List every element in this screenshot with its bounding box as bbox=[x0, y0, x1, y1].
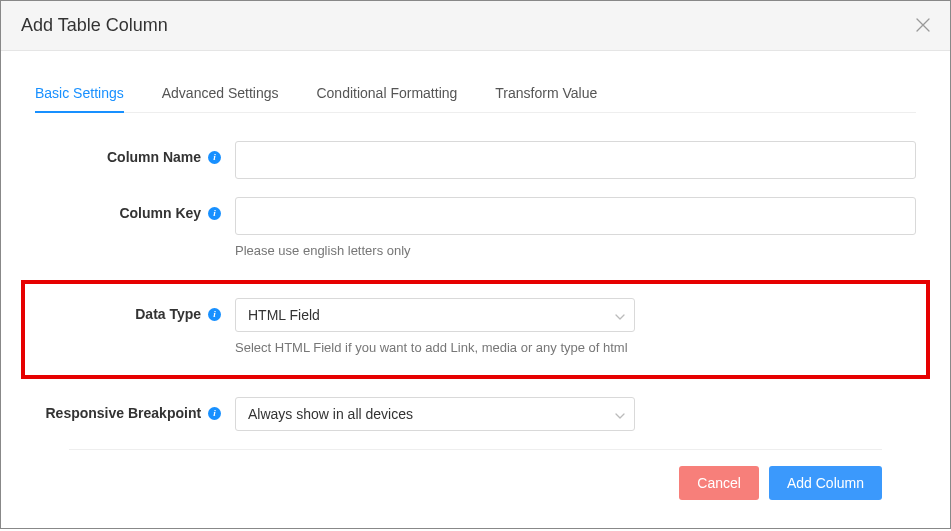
tab-transform-value[interactable]: Transform Value bbox=[495, 75, 597, 113]
highlight-data-type: Data Type i HTML Field Select bbox=[21, 280, 930, 379]
info-icon[interactable]: i bbox=[208, 207, 221, 220]
column-key-help: Please use english letters only bbox=[235, 241, 411, 258]
tab-bar: Basic Settings Advanced Settings Conditi… bbox=[35, 75, 916, 113]
label-data-type-text: Data Type bbox=[135, 306, 201, 322]
breakpoint-select[interactable]: Always show in all devices bbox=[235, 397, 635, 431]
column-key-input[interactable] bbox=[235, 197, 916, 235]
add-column-button[interactable]: Add Column bbox=[769, 466, 882, 500]
modal-body: Basic Settings Advanced Settings Conditi… bbox=[1, 51, 950, 528]
label-breakpoint: Responsive Breakpoint i bbox=[35, 397, 235, 421]
row-breakpoint: Responsive Breakpoint i Always show in a… bbox=[35, 397, 916, 431]
modal-footer: Cancel Add Column bbox=[69, 449, 882, 518]
close-icon bbox=[916, 16, 930, 36]
data-type-select[interactable]: HTML Field bbox=[235, 298, 635, 332]
info-icon[interactable]: i bbox=[208, 407, 221, 420]
tab-conditional-formatting[interactable]: Conditional Formatting bbox=[316, 75, 457, 113]
row-column-key: Column Key i bbox=[35, 197, 916, 235]
info-icon[interactable]: i bbox=[208, 308, 221, 321]
tab-basic-settings[interactable]: Basic Settings bbox=[35, 75, 124, 113]
tab-advanced-settings[interactable]: Advanced Settings bbox=[162, 75, 279, 113]
data-type-help: Select HTML Field if you want to add Lin… bbox=[235, 338, 628, 355]
data-type-value: HTML Field bbox=[248, 307, 320, 323]
label-column-key-text: Column Key bbox=[119, 205, 201, 221]
info-icon[interactable]: i bbox=[208, 151, 221, 164]
helper-row-column-key: Please use english letters only bbox=[35, 241, 916, 258]
label-breakpoint-text: Responsive Breakpoint bbox=[46, 405, 202, 421]
label-column-key: Column Key i bbox=[35, 197, 235, 221]
label-column-name-text: Column Name bbox=[107, 149, 201, 165]
breakpoint-value: Always show in all devices bbox=[248, 406, 413, 422]
label-data-type: Data Type i bbox=[35, 298, 235, 322]
column-name-input[interactable] bbox=[235, 141, 916, 179]
label-column-name: Column Name i bbox=[35, 141, 235, 165]
modal-header: Add Table Column bbox=[1, 1, 950, 51]
row-data-type: Data Type i HTML Field bbox=[35, 298, 916, 332]
helper-row-data-type: Select HTML Field if you want to add Lin… bbox=[35, 338, 916, 355]
close-button[interactable] bbox=[916, 17, 930, 35]
cancel-button[interactable]: Cancel bbox=[679, 466, 759, 500]
row-column-name: Column Name i bbox=[35, 141, 916, 179]
add-table-column-modal: Add Table Column Basic Settings Advanced… bbox=[0, 0, 951, 529]
modal-title: Add Table Column bbox=[21, 15, 168, 36]
